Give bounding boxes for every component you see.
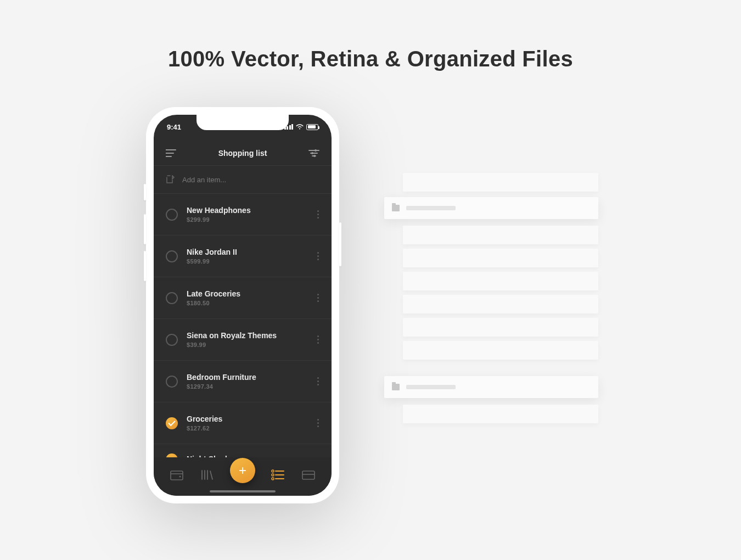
checkbox-icon[interactable]	[166, 376, 178, 388]
item-price: $127.62	[187, 425, 317, 432]
list-icon[interactable]	[271, 469, 285, 481]
svg-point-2	[313, 155, 316, 157]
layer-row	[403, 249, 598, 267]
headline: 100% Vector, Retina & Organized Files	[0, 47, 741, 71]
item-title: Siena on Royalz Themes	[187, 331, 317, 340]
notch	[197, 115, 289, 130]
item-title: Nike Jordan II	[187, 248, 317, 256]
phone-mockup: 9:41 Shopping list Add an item...	[146, 107, 339, 503]
layer-folder	[384, 197, 598, 219]
svg-point-0	[315, 149, 317, 152]
svg-rect-3	[171, 471, 183, 480]
item-title: Bedroom Furniture	[187, 373, 317, 382]
add-item-row[interactable]: Add an item...	[154, 165, 332, 194]
layer-row	[403, 318, 598, 337]
layer-row	[403, 173, 598, 192]
list-item[interactable]: Nike Jordan II $599.99	[154, 236, 332, 277]
app-header: Shopping list	[154, 141, 332, 165]
filter-icon[interactable]	[308, 149, 319, 157]
list-item[interactable]: Siena on Royalz Themes $39.99	[154, 319, 332, 361]
layer-label-placeholder	[406, 385, 456, 389]
layer-row	[403, 295, 598, 313]
svg-point-6	[272, 474, 274, 476]
checkbox-icon[interactable]	[166, 334, 178, 346]
battery-icon	[306, 124, 318, 130]
layers-panel	[384, 173, 598, 423]
svg-point-1	[311, 152, 313, 154]
svg-point-7	[272, 478, 274, 480]
svg-point-5	[272, 470, 274, 472]
plus-icon: +	[239, 463, 246, 478]
item-price: $299.99	[187, 216, 317, 223]
checkbox-checked-icon[interactable]	[166, 417, 178, 429]
more-icon[interactable]	[317, 419, 319, 427]
shopping-list[interactable]: New Headphones $299.99 Nike Jordan II $5…	[154, 194, 332, 462]
wifi-icon	[296, 124, 304, 130]
layer-folder	[384, 376, 598, 398]
svg-point-4	[179, 476, 181, 478]
item-title: Late Groceries	[187, 289, 317, 298]
list-item[interactable]: Bedroom Furniture $1297.34	[154, 361, 332, 402]
list-item[interactable]: Groceries $127.62	[154, 402, 332, 444]
wallet-icon[interactable]	[170, 469, 184, 481]
item-price: $39.99	[187, 341, 317, 348]
layer-row	[403, 405, 598, 423]
app-title: Shopping list	[218, 149, 267, 158]
card-icon[interactable]	[301, 469, 316, 481]
folder-icon	[392, 205, 400, 211]
status-time: 9:41	[167, 123, 181, 131]
menu-icon[interactable]	[166, 149, 177, 157]
list-item[interactable]: Late Groceries $180.50	[154, 277, 332, 319]
more-icon[interactable]	[317, 294, 319, 302]
layer-row	[403, 226, 598, 244]
compose-icon	[166, 175, 175, 184]
more-icon[interactable]	[317, 335, 319, 344]
item-title: New Headphones	[187, 206, 317, 215]
svg-rect-8	[302, 471, 315, 479]
layer-row	[403, 341, 598, 360]
layer-label-placeholder	[406, 206, 456, 210]
item-title: Groceries	[187, 415, 317, 423]
list-item[interactable]: New Headphones $299.99	[154, 194, 332, 236]
checkbox-icon[interactable]	[166, 250, 178, 262]
checkbox-icon[interactable]	[166, 209, 178, 221]
item-price: $599.99	[187, 258, 317, 265]
add-item-placeholder: Add an item...	[182, 176, 226, 184]
folder-icon	[392, 384, 400, 390]
library-icon[interactable]	[200, 469, 214, 481]
layer-row	[403, 272, 598, 290]
more-icon[interactable]	[317, 210, 319, 219]
item-price: $1297.34	[187, 383, 317, 390]
item-price: $180.50	[187, 300, 317, 306]
home-indicator[interactable]	[210, 490, 276, 492]
add-button[interactable]: +	[230, 458, 255, 483]
more-icon[interactable]	[317, 252, 319, 260]
more-icon[interactable]	[317, 377, 319, 385]
checkbox-icon[interactable]	[166, 292, 178, 304]
